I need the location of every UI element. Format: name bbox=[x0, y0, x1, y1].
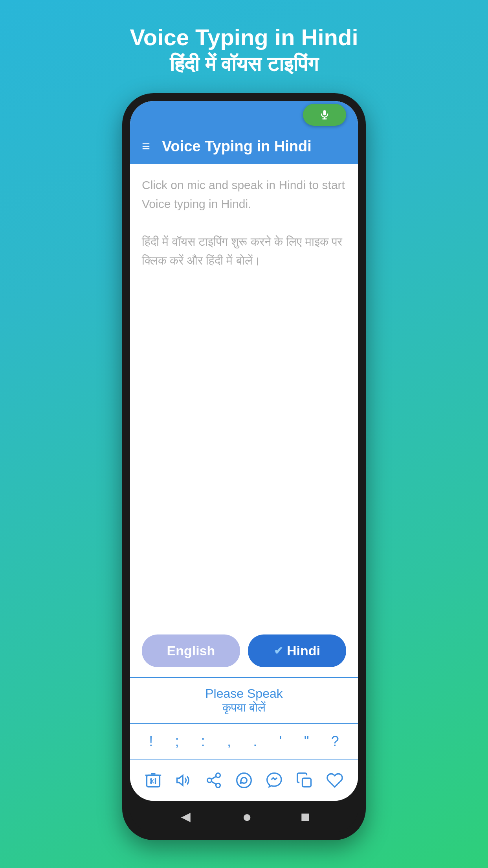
copy-icon[interactable] bbox=[292, 767, 317, 793]
punct-period[interactable]: . bbox=[249, 731, 261, 752]
placeholder-text: Click on mic and speak in Hindi to start… bbox=[142, 176, 346, 270]
recents-nav-icon[interactable]: ■ bbox=[301, 808, 310, 826]
whatsapp-icon[interactable] bbox=[231, 767, 257, 793]
svg-text:✕: ✕ bbox=[149, 777, 155, 785]
svg-point-12 bbox=[207, 778, 211, 782]
svg-line-15 bbox=[211, 776, 216, 779]
hindi-lang-button[interactable]: ✔ Hindi bbox=[248, 634, 346, 667]
punct-exclamation[interactable]: ! bbox=[145, 731, 157, 752]
svg-line-14 bbox=[211, 781, 216, 784]
hindi-check-icon: ✔ bbox=[274, 644, 283, 657]
svg-point-16 bbox=[237, 773, 251, 787]
punct-semicolon[interactable]: ; bbox=[171, 731, 183, 752]
svg-point-11 bbox=[216, 773, 220, 777]
back-nav-icon[interactable]: ◄ bbox=[178, 808, 194, 826]
svg-rect-17 bbox=[303, 778, 311, 787]
please-speak-english: Please Speak bbox=[142, 686, 346, 701]
punctuation-bar: ! ; : , . ' " ? bbox=[130, 723, 358, 760]
please-speak-hindi: कृपया बोलें bbox=[142, 701, 346, 715]
home-nav-icon[interactable]: ● bbox=[242, 808, 252, 826]
page-title-english: Voice Typing in Hindi bbox=[130, 24, 358, 51]
punct-question[interactable]: ? bbox=[327, 731, 343, 752]
volume-icon[interactable] bbox=[171, 767, 196, 793]
share-icon[interactable] bbox=[201, 767, 226, 793]
please-speak-section: Please Speak कृपया बोलें bbox=[130, 678, 358, 723]
language-selector: English ✔ Hindi bbox=[130, 625, 358, 677]
app-bar-title: Voice Typing in Hindi bbox=[162, 138, 312, 155]
punct-colon[interactable]: : bbox=[197, 731, 209, 752]
page-title-hindi: हिंदी में वॉयस टाइपिंग bbox=[130, 51, 358, 78]
text-input-area[interactable]: Click on mic and speak in Hindi to start… bbox=[130, 164, 358, 625]
nav-bar: ◄ ● ■ bbox=[130, 801, 358, 832]
punct-quote[interactable]: " bbox=[300, 731, 313, 752]
delete-icon[interactable]: ✕ bbox=[140, 767, 166, 793]
mic-icon bbox=[319, 109, 330, 120]
svg-marker-10 bbox=[177, 775, 183, 785]
hamburger-menu-icon[interactable]: ≡ bbox=[142, 138, 150, 154]
svg-point-13 bbox=[216, 783, 220, 787]
phone-screen: ≡ Voice Typing in Hindi Click on mic and… bbox=[130, 101, 358, 801]
page-title-section: Voice Typing in Hindi हिंदी में वॉयस टाइ… bbox=[130, 24, 358, 77]
svg-rect-0 bbox=[323, 110, 326, 116]
english-lang-button[interactable]: English bbox=[142, 634, 240, 667]
heart-icon[interactable] bbox=[322, 767, 348, 793]
mic-button[interactable] bbox=[303, 104, 346, 126]
action-bar: ✕ bbox=[130, 760, 358, 801]
app-bar: ≡ Voice Typing in Hindi bbox=[130, 129, 358, 164]
punct-comma[interactable]: , bbox=[223, 731, 235, 752]
phone-frame: ≡ Voice Typing in Hindi Click on mic and… bbox=[122, 93, 366, 840]
status-bar bbox=[130, 101, 358, 129]
punct-apostrophe[interactable]: ' bbox=[275, 731, 286, 752]
messenger-icon[interactable] bbox=[262, 767, 287, 793]
